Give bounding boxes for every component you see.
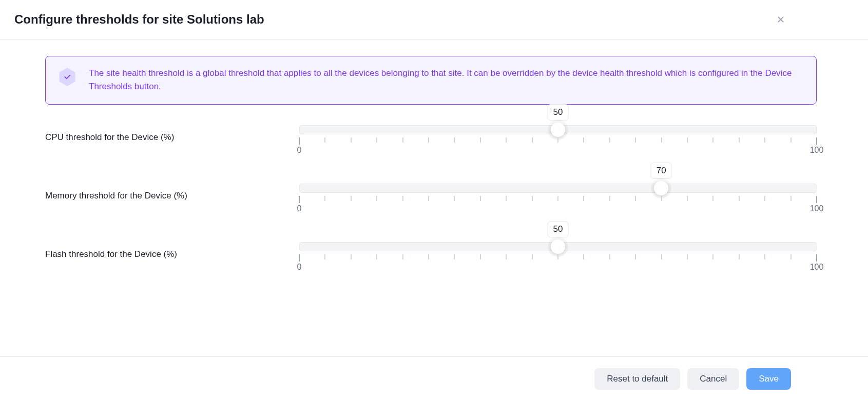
flash-threshold-slider[interactable]: 50 0100: [299, 238, 817, 266]
dialog-footer: Reset to default Cancel Save: [0, 356, 868, 401]
cpu-slider-value: 50: [548, 104, 569, 121]
save-button[interactable]: Save: [746, 368, 791, 390]
close-icon: [776, 15, 785, 24]
cpu-slider-ticks: 0100: [299, 137, 817, 149]
memory-threshold-row: Memory threshold for the Device (%) 70 0…: [45, 179, 817, 207]
dialog-content: The site health threshold is a global th…: [0, 39, 868, 266]
memory-threshold-label: Memory threshold for the Device (%): [45, 186, 299, 201]
cpu-threshold-slider[interactable]: 50 0100: [299, 121, 817, 149]
flash-slider-value: 50: [548, 221, 569, 237]
close-button[interactable]: [775, 13, 787, 26]
info-banner: The site health threshold is a global th…: [45, 56, 817, 105]
flash-slider-thumb[interactable]: [551, 239, 565, 254]
dialog-header: Configure thresholds for site Solutions …: [0, 0, 868, 39]
cpu-slider-thumb[interactable]: [551, 123, 565, 137]
cpu-threshold-row: CPU threshold for the Device (%) 50 0100: [45, 121, 817, 149]
cancel-button[interactable]: Cancel: [687, 368, 739, 390]
dialog-title: Configure thresholds for site Solutions …: [14, 12, 264, 27]
flash-slider-ticks: 0100: [299, 254, 817, 266]
shield-check-icon: [58, 68, 76, 86]
flash-threshold-row: Flash threshold for the Device (%) 50 01…: [45, 238, 817, 266]
info-text: The site health threshold is a global th…: [89, 67, 804, 94]
memory-slider-ticks: 0100: [299, 196, 817, 207]
cpu-threshold-label: CPU threshold for the Device (%): [45, 127, 299, 143]
flash-threshold-label: Flash threshold for the Device (%): [45, 244, 299, 259]
memory-threshold-slider[interactable]: 70 0100: [299, 179, 817, 207]
memory-slider-value: 70: [651, 163, 672, 179]
reset-to-default-button[interactable]: Reset to default: [594, 368, 680, 390]
memory-slider-thumb[interactable]: [654, 181, 668, 195]
